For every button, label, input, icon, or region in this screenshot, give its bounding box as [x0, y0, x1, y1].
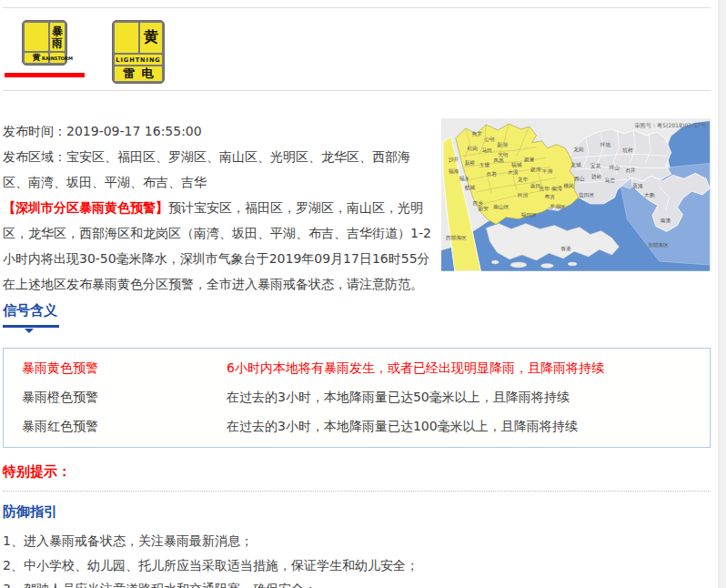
tab-rainstorm-warning[interactable]: 暴雨 黄 RAINSTORM	[5, 20, 85, 77]
top-divider	[3, 7, 711, 8]
map-label: 西部海区	[446, 235, 467, 241]
signals-heading-pointer	[25, 329, 34, 333]
dotted-divider	[3, 491, 711, 492]
lightning-warning-icon: 黄 LIGHTNING 雷电	[112, 20, 165, 84]
list-item: 2、中小学校、幼儿园、托儿所应当采取适当措施，保证学生和幼儿安全；	[3, 553, 711, 578]
lightning-label-en: LIGHTNING	[115, 55, 162, 65]
signal-desc: 在过去的3小时，本地降雨量已达50毫米以上，且降雨将持续	[227, 390, 710, 406]
map-label: 横岗	[563, 183, 574, 188]
warning-area-map: 燕罗公明新湖松岗马田光明沙井新桥玉塘凤凰福城观澜观湖福海福永石岩大浪平湖龙华坂田…	[441, 118, 711, 275]
map-label: 新湖	[497, 142, 508, 147]
map-label: 新桥	[465, 160, 476, 166]
map-label: 福田区	[521, 212, 537, 218]
map-label: 松岗	[468, 146, 479, 151]
bulletin-text: 发布时间：2019-09-17 16:55:00 发布区域：宝安区、福田区、罗湖…	[3, 118, 434, 297]
map-label: 葵涌	[631, 183, 643, 189]
shenzhen-district-map: 燕罗公明新湖松岗马田光明沙井新桥玉塘凤凰福城观澜观湖福海福永石岩大浪平湖龙华坂田…	[441, 118, 711, 271]
signals-heading-underline	[3, 325, 59, 328]
map-label: 平湖	[542, 168, 553, 174]
tab-lightning-warning[interactable]: 黄 LIGHTNING 雷电	[112, 20, 165, 84]
list-item: 3、驾驶人员应当注意道路积水和交通阻塞，确保安全；	[3, 577, 711, 588]
map-label: 玉塘	[479, 162, 490, 168]
signal-meaning-table: 暴雨黄色预警 6小时内本地将有暴雨发生，或者已经出现明显降雨，且降雨将持续 暴雨…	[3, 348, 711, 448]
table-row: 暴雨橙色预警 在过去的3小时，本地降雨量已达50毫米以上，且降雨将持续	[4, 383, 710, 412]
map-label: 福永	[459, 176, 470, 182]
map-label: 航城	[465, 185, 476, 191]
active-tab-indicator	[5, 73, 85, 77]
map-label: 龙岗	[573, 147, 584, 152]
map-label: 新安	[478, 206, 489, 211]
map-label: 观澜	[524, 157, 534, 163]
map-label: 石井	[625, 167, 636, 173]
signal-name: 暴雨橙色预警	[22, 390, 227, 406]
map-label: 马田	[481, 147, 491, 154]
warning-title: 【深圳市分区暴雨黄色预警】	[3, 200, 168, 215]
map-label: 坑梓	[621, 147, 633, 154]
map-label: 燕罗	[472, 131, 483, 137]
rainstorm-warning-icon: 暴雨 黄 RAINSTORM	[22, 20, 67, 66]
map-label: 园山	[574, 176, 585, 181]
map-label: 龙华	[518, 177, 529, 182]
map-label: 吉华	[540, 186, 550, 192]
special-note-heading: 特别提示：	[3, 463, 711, 481]
publish-area-label: 发布区域：	[3, 149, 66, 164]
lightning-label-cn: 雷电	[115, 66, 162, 81]
map-label: 坪地	[601, 142, 611, 147]
map-label: 南澳	[661, 218, 671, 224]
publish-area-line: 发布区域：宝安区、福田区、罗湖区、南山区、光明区、龙华区、西部海区、南湾、坂田、…	[3, 144, 434, 195]
map-label: 沙井	[449, 157, 459, 163]
map-label: 大浪	[508, 169, 519, 176]
map-label: 盐田区	[579, 192, 594, 198]
warning-paragraph: 【深圳市分区暴雨黄色预警】预计宝安区，福田区，罗湖区，南山区，光明区，龙华区，西…	[3, 195, 434, 297]
map-label: 福海	[449, 168, 459, 175]
map-label: 香港	[560, 246, 571, 252]
map-label: 宝龙	[591, 163, 601, 168]
defense-guide-heading: 防御指引	[3, 503, 711, 521]
signal-name: 暴雨黄色预警	[22, 360, 227, 377]
table-row: 暴雨红色预警 在过去的3小时，本地降雨量已达100毫米以上，且降雨将持续	[4, 412, 710, 441]
map-label: 大鹏	[644, 192, 655, 198]
map-label: 南山区	[493, 204, 509, 209]
map-label: 民治	[518, 192, 529, 198]
map-label: 福城	[511, 162, 522, 168]
map-label: 龙城	[570, 162, 581, 167]
map-label: 观湖	[530, 167, 541, 173]
warning-page: 暴雨 黄 RAINSTORM 黄 LIGHTNING 雷电 发布时间：20	[3, 7, 711, 588]
map-label: 马峦	[605, 177, 616, 183]
signals-heading: 信号含义	[3, 302, 711, 319]
table-row: 暴雨黄色预警 6小时内本地将有暴雨发生，或者已经出现明显降雨，且降雨将持续	[4, 354, 710, 383]
map-label: 凤凰	[493, 157, 504, 163]
list-item: 1、进入暴雨戒备状态，关注暴雨最新消息；	[3, 529, 711, 553]
publish-time-label: 发布时间：	[3, 124, 66, 138]
lightning-bolt-icon	[115, 23, 138, 53]
map-label: 南湾	[551, 186, 562, 192]
map-label: 石岩	[486, 171, 497, 177]
signal-name: 暴雨红色预警	[22, 419, 227, 435]
rainstorm-label-en: RAINSTORM	[50, 53, 65, 63]
scrollbar-track[interactable]	[718, 0, 726, 588]
rain-cloud-icon	[25, 23, 48, 51]
signal-desc: 6小时内本地将有暴雨发生，或者已经出现明显降雨，且降雨将持续	[227, 360, 710, 377]
defense-guide-list: 1、进入暴雨戒备状态，关注暴雨最新消息； 2、中小学校、幼儿园、托儿所应当采取适…	[3, 529, 711, 588]
publish-time-line: 发布时间：2019-09-17 16:55:00	[3, 118, 434, 144]
lightning-level: 黄	[140, 23, 162, 53]
map-label: 碧岭	[591, 174, 602, 180]
map-label: 罗湖区	[550, 204, 565, 210]
map-label: 东部海区	[648, 242, 669, 248]
rainstorm-label-cn: 暴雨	[50, 23, 65, 51]
publish-time-value: 2019-09-17 16:55:00	[66, 124, 202, 138]
map-label: 布吉	[544, 194, 555, 200]
signal-desc: 在过去的3小时，本地降雨量已达100毫米以上，且降雨将持续	[227, 419, 710, 435]
map-label: 坪山	[610, 165, 621, 170]
map-approval-number: 审图号：粤S(2018)02-57号	[634, 122, 706, 128]
bulletin-section: 发布时间：2019-09-17 16:55:00 发布区域：宝安区、福田区、罗湖…	[3, 91, 711, 297]
map-label: 公明	[484, 137, 494, 142]
warning-tabs: 暴雨 黄 RAINSTORM 黄 LIGHTNING 雷电	[3, 20, 711, 90]
